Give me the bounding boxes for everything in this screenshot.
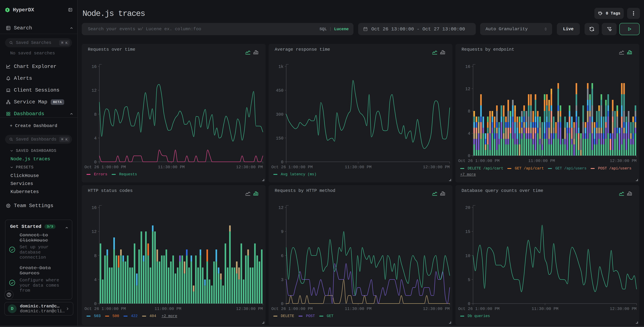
svg-text:12:30:00 PM: 12:30:00 PM [236, 165, 263, 170]
svg-text:9: 9 [281, 229, 284, 234]
svg-text:12: 12 [278, 206, 284, 210]
svg-text:12:30:00 PM: 12:30:00 PM [423, 165, 450, 170]
svg-text:Oct 26 1:00:00 PM: Oct 26 1:00:00 PM [271, 165, 313, 170]
svg-text:0: 0 [281, 160, 284, 165]
svg-text:16: 16 [92, 64, 97, 69]
svg-text:4: 4 [94, 278, 97, 282]
svg-text:10: 10 [465, 254, 470, 258]
svg-text:Oct 26 1:00:00 PM: Oct 26 1:00:00 PM [84, 165, 126, 170]
svg-text:0: 0 [468, 302, 470, 306]
svg-text:300: 300 [276, 112, 284, 117]
svg-text:Oct 26 1:00:00 PM: Oct 26 1:00:00 PM [458, 158, 500, 163]
svg-text:Oct 26 1:00:00 PM: Oct 26 1:00:00 PM [271, 306, 313, 311]
svg-text:12:30:00 PM: 12:30:00 PM [236, 306, 263, 311]
svg-text:11:30:00 PM: 11:30:00 PM [158, 165, 185, 170]
svg-text:16: 16 [92, 206, 97, 210]
svg-text:4: 4 [468, 131, 470, 136]
svg-text:6: 6 [281, 254, 284, 258]
svg-text:12:30:00 PM: 12:30:00 PM [610, 306, 636, 311]
svg-text:0: 0 [468, 154, 470, 158]
svg-text:0: 0 [94, 302, 97, 306]
svg-text:Oct 26 1:00:00 PM: Oct 26 1:00:00 PM [458, 306, 500, 311]
svg-text:20: 20 [465, 206, 470, 210]
svg-text:0: 0 [94, 160, 97, 165]
svg-text:8: 8 [94, 254, 97, 258]
svg-text:11:00:00 PM: 11:00:00 PM [528, 158, 555, 163]
svg-text:11:30:00 PM: 11:30:00 PM [345, 165, 372, 170]
svg-text:12: 12 [92, 229, 97, 234]
svg-text:12:30:00 PM: 12:30:00 PM [423, 306, 450, 311]
svg-text:150: 150 [276, 136, 284, 141]
svg-text:4: 4 [94, 136, 97, 141]
svg-text:12:30:00 PM: 12:30:00 PM [610, 158, 636, 163]
svg-text:12: 12 [465, 87, 470, 92]
svg-text:11:30:00 PM: 11:30:00 PM [532, 306, 558, 311]
svg-text:15: 15 [465, 229, 470, 234]
svg-text:1k: 1k [278, 64, 284, 69]
svg-text:0: 0 [281, 302, 284, 306]
svg-text:8: 8 [94, 112, 97, 117]
svg-text:12: 12 [92, 88, 97, 93]
svg-text:11:30:00 PM: 11:30:00 PM [345, 306, 372, 311]
svg-text:5: 5 [468, 278, 470, 282]
svg-text:3: 3 [281, 278, 284, 282]
svg-text:Oct 26 1:00:00 PM: Oct 26 1:00:00 PM [84, 306, 126, 311]
svg-text:16: 16 [465, 64, 470, 69]
svg-text:450: 450 [276, 88, 284, 93]
svg-text:11:00:00 PM: 11:00:00 PM [154, 306, 181, 311]
svg-text:8: 8 [468, 109, 470, 114]
